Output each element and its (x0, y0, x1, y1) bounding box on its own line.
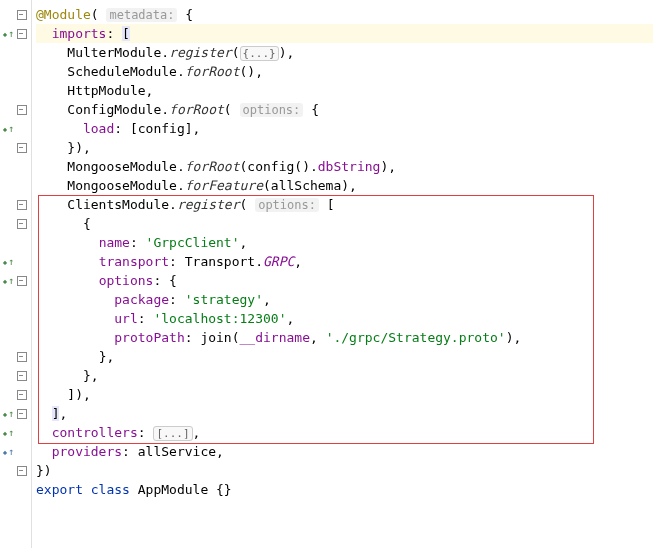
code-line[interactable]: ], (36, 404, 653, 423)
fold-icon[interactable] (17, 200, 27, 210)
code-line[interactable]: ]), (36, 385, 653, 404)
diff-marker[interactable]: ⬥↑ (2, 423, 14, 442)
diff-marker[interactable]: ⬥↑ (2, 442, 14, 461)
code-line[interactable]: MongooseModule.forRoot(config().dbString… (36, 157, 653, 176)
gutter: ⬥↑ ⬥↑ ⬥↑ ⬥↑ ⬥↑ ⬥↑ ⬥↑ (0, 0, 32, 548)
fold-icon[interactable] (17, 390, 27, 400)
code-line[interactable]: controllers: [...], (36, 423, 653, 442)
code-editor: ⬥↑ ⬥↑ ⬥↑ ⬥↑ ⬥↑ ⬥↑ ⬥↑ @Module( metadata: … (0, 0, 653, 548)
code-line[interactable]: package: 'strategy', (36, 290, 653, 309)
code-line[interactable] (36, 499, 653, 518)
fold-icon[interactable] (17, 466, 27, 476)
diff-marker[interactable]: ⬥↑ (2, 271, 14, 290)
folded-code[interactable]: [...] (153, 426, 192, 441)
code-line[interactable]: HttpModule, (36, 81, 653, 100)
fold-icon[interactable] (17, 10, 27, 20)
code-line[interactable]: }) (36, 461, 653, 480)
fold-icon[interactable] (17, 352, 27, 362)
fold-icon[interactable] (17, 371, 27, 381)
code-line[interactable]: name: 'GrpcClient', (36, 233, 653, 252)
code-line[interactable]: MongooseModule.forFeature(allSchema), (36, 176, 653, 195)
code-line[interactable]: }, (36, 347, 653, 366)
diff-marker[interactable]: ⬥↑ (2, 24, 14, 43)
fold-icon[interactable] (17, 143, 27, 153)
code-line[interactable]: url: 'localhost:12300', (36, 309, 653, 328)
inlay-hint: options: (255, 198, 319, 212)
code-line[interactable]: ClientsModule.register( options: [ (36, 195, 653, 214)
diff-marker[interactable]: ⬥↑ (2, 252, 14, 271)
code-line[interactable]: ConfigModule.forRoot( options: { (36, 100, 653, 119)
code-line[interactable]: protoPath: join(__dirname, './grpc/Strat… (36, 328, 653, 347)
code-line[interactable]: options: { (36, 271, 653, 290)
code-area[interactable]: @Module( metadata: { imports: [ MulterMo… (32, 0, 653, 548)
code-line[interactable]: }), (36, 138, 653, 157)
code-line[interactable]: transport: Transport.GRPC, (36, 252, 653, 271)
code-line[interactable]: { (36, 214, 653, 233)
code-line[interactable]: }, (36, 366, 653, 385)
fold-icon[interactable] (17, 276, 27, 286)
code-line[interactable]: export class AppModule {} (36, 480, 653, 499)
diff-marker[interactable]: ⬥↑ (2, 119, 14, 138)
diff-marker[interactable]: ⬥↑ (2, 404, 14, 423)
code-line[interactable]: MulterModule.register({...}), (36, 43, 653, 62)
folded-code[interactable]: {...} (240, 46, 279, 61)
code-line[interactable]: providers: allService, (36, 442, 653, 461)
fold-icon[interactable] (17, 105, 27, 115)
code-line[interactable]: ScheduleModule.forRoot(), (36, 62, 653, 81)
code-line[interactable]: imports: [ (36, 24, 653, 43)
inlay-hint: options: (240, 103, 304, 117)
code-line[interactable]: load: [config], (36, 119, 653, 138)
fold-icon[interactable] (17, 29, 27, 39)
inlay-hint: metadata: (106, 8, 177, 22)
code-line[interactable]: @Module( metadata: { (36, 5, 653, 24)
fold-icon[interactable] (17, 219, 27, 229)
fold-icon[interactable] (17, 409, 27, 419)
